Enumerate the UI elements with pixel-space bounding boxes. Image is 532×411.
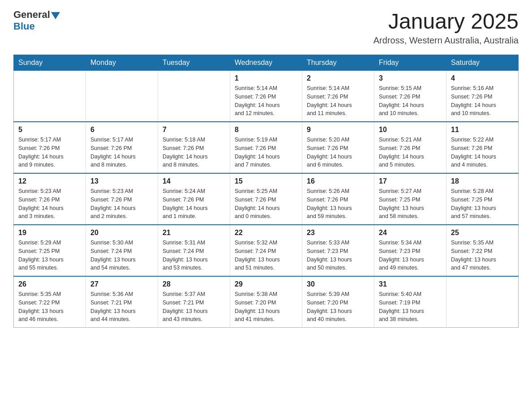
day-info: Sunrise: 5:31 AM Sunset: 7:24 PM Dayligh… bbox=[163, 239, 225, 272]
cell-w5-d3: 28Sunrise: 5:37 AM Sunset: 7:21 PM Dayli… bbox=[158, 276, 230, 328]
day-number: 29 bbox=[235, 280, 297, 288]
day-info: Sunrise: 5:33 AM Sunset: 7:23 PM Dayligh… bbox=[307, 239, 369, 272]
day-info: Sunrise: 5:38 AM Sunset: 7:20 PM Dayligh… bbox=[235, 290, 297, 324]
day-info: Sunrise: 5:30 AM Sunset: 7:24 PM Dayligh… bbox=[90, 239, 153, 272]
day-number: 13 bbox=[90, 177, 153, 185]
day-info: Sunrise: 5:34 AM Sunset: 7:23 PM Dayligh… bbox=[379, 239, 442, 272]
header-sunday: Sunday bbox=[14, 55, 86, 71]
cell-w4-d2: 20Sunrise: 5:30 AM Sunset: 7:24 PM Dayli… bbox=[86, 225, 158, 276]
header-tuesday: Tuesday bbox=[158, 55, 230, 71]
day-info: Sunrise: 5:14 AM Sunset: 7:26 PM Dayligh… bbox=[307, 84, 369, 118]
header-monday: Monday bbox=[86, 55, 158, 71]
day-info: Sunrise: 5:29 AM Sunset: 7:25 PM Dayligh… bbox=[18, 239, 81, 272]
day-number: 12 bbox=[18, 177, 81, 185]
day-number: 16 bbox=[307, 177, 369, 185]
cell-w1-d7: 4Sunrise: 5:16 AM Sunset: 7:26 PM Daylig… bbox=[446, 71, 519, 122]
day-info: Sunrise: 5:19 AM Sunset: 7:26 PM Dayligh… bbox=[235, 136, 297, 169]
day-info: Sunrise: 5:17 AM Sunset: 7:26 PM Dayligh… bbox=[18, 136, 81, 169]
cell-w4-d1: 19Sunrise: 5:29 AM Sunset: 7:25 PM Dayli… bbox=[14, 225, 86, 276]
day-number: 26 bbox=[18, 280, 81, 288]
day-info: Sunrise: 5:23 AM Sunset: 7:26 PM Dayligh… bbox=[90, 187, 153, 221]
day-number: 22 bbox=[235, 229, 297, 237]
day-info: Sunrise: 5:24 AM Sunset: 7:26 PM Dayligh… bbox=[163, 187, 225, 221]
week-row-5: 26Sunrise: 5:35 AM Sunset: 7:22 PM Dayli… bbox=[14, 276, 519, 328]
day-number: 27 bbox=[90, 280, 153, 288]
cell-w1-d1 bbox=[14, 71, 86, 122]
day-number: 25 bbox=[451, 229, 514, 237]
day-number: 3 bbox=[379, 74, 442, 82]
calendar-table: SundayMondayTuesdayWednesdayThursdayFrid… bbox=[13, 55, 519, 328]
week-row-4: 19Sunrise: 5:29 AM Sunset: 7:25 PM Dayli… bbox=[14, 225, 519, 276]
header: General Blue January 2025 Ardross, Weste… bbox=[13, 9, 519, 46]
cell-w3-d4: 15Sunrise: 5:25 AM Sunset: 7:26 PM Dayli… bbox=[230, 173, 302, 225]
day-number: 31 bbox=[379, 280, 442, 288]
day-info: Sunrise: 5:37 AM Sunset: 7:21 PM Dayligh… bbox=[163, 290, 225, 324]
cell-w2-d1: 5Sunrise: 5:17 AM Sunset: 7:26 PM Daylig… bbox=[14, 122, 86, 173]
day-number: 8 bbox=[235, 126, 297, 134]
cell-w2-d4: 8Sunrise: 5:19 AM Sunset: 7:26 PM Daylig… bbox=[230, 122, 302, 173]
day-info: Sunrise: 5:20 AM Sunset: 7:26 PM Dayligh… bbox=[307, 136, 369, 169]
week-row-1: 1Sunrise: 5:14 AM Sunset: 7:26 PM Daylig… bbox=[14, 71, 519, 122]
day-info: Sunrise: 5:27 AM Sunset: 7:25 PM Dayligh… bbox=[379, 187, 442, 221]
cell-w2-d7: 11Sunrise: 5:22 AM Sunset: 7:26 PM Dayli… bbox=[446, 122, 519, 173]
cell-w1-d3 bbox=[158, 71, 230, 122]
day-number: 2 bbox=[307, 74, 369, 82]
day-number: 17 bbox=[379, 177, 442, 185]
logo-triangle-icon bbox=[51, 12, 60, 19]
title-area: January 2025 Ardross, Western Australia,… bbox=[373, 9, 519, 46]
day-info: Sunrise: 5:25 AM Sunset: 7:26 PM Dayligh… bbox=[235, 187, 297, 221]
cell-w5-d1: 26Sunrise: 5:35 AM Sunset: 7:22 PM Dayli… bbox=[14, 276, 86, 328]
logo-blue: Blue bbox=[13, 21, 35, 32]
day-info: Sunrise: 5:22 AM Sunset: 7:26 PM Dayligh… bbox=[451, 136, 514, 169]
day-info: Sunrise: 5:35 AM Sunset: 7:22 PM Dayligh… bbox=[451, 239, 514, 272]
day-number: 10 bbox=[379, 126, 442, 134]
day-number: 19 bbox=[18, 229, 81, 237]
day-info: Sunrise: 5:28 AM Sunset: 7:25 PM Dayligh… bbox=[451, 187, 514, 221]
header-saturday: Saturday bbox=[446, 55, 519, 71]
cell-w3-d7: 18Sunrise: 5:28 AM Sunset: 7:25 PM Dayli… bbox=[446, 173, 519, 225]
header-friday: Friday bbox=[374, 55, 446, 71]
cell-w5-d2: 27Sunrise: 5:36 AM Sunset: 7:21 PM Dayli… bbox=[86, 276, 158, 328]
day-info: Sunrise: 5:16 AM Sunset: 7:26 PM Dayligh… bbox=[451, 84, 514, 118]
cell-w2-d3: 7Sunrise: 5:18 AM Sunset: 7:26 PM Daylig… bbox=[158, 122, 230, 173]
day-number: 18 bbox=[451, 177, 514, 185]
day-number: 5 bbox=[18, 126, 81, 134]
day-number: 4 bbox=[451, 74, 514, 82]
day-number: 7 bbox=[163, 126, 225, 134]
day-number: 28 bbox=[163, 280, 225, 288]
header-wednesday: Wednesday bbox=[230, 55, 302, 71]
calendar-title: January 2025 bbox=[373, 9, 519, 34]
day-number: 11 bbox=[451, 126, 514, 134]
day-number: 9 bbox=[307, 126, 369, 134]
cell-w2-d2: 6Sunrise: 5:17 AM Sunset: 7:26 PM Daylig… bbox=[86, 122, 158, 173]
calendar-header: SundayMondayTuesdayWednesdayThursdayFrid… bbox=[14, 55, 519, 71]
day-info: Sunrise: 5:32 AM Sunset: 7:24 PM Dayligh… bbox=[235, 239, 297, 272]
day-number: 21 bbox=[163, 229, 225, 237]
day-number: 15 bbox=[235, 177, 297, 185]
cell-w3-d5: 16Sunrise: 5:26 AM Sunset: 7:26 PM Dayli… bbox=[302, 173, 374, 225]
cell-w3-d2: 13Sunrise: 5:23 AM Sunset: 7:26 PM Dayli… bbox=[86, 173, 158, 225]
cell-w4-d4: 22Sunrise: 5:32 AM Sunset: 7:24 PM Dayli… bbox=[230, 225, 302, 276]
day-info: Sunrise: 5:26 AM Sunset: 7:26 PM Dayligh… bbox=[307, 187, 369, 221]
day-number: 14 bbox=[163, 177, 225, 185]
cell-w5-d6: 31Sunrise: 5:40 AM Sunset: 7:19 PM Dayli… bbox=[374, 276, 446, 328]
day-info: Sunrise: 5:23 AM Sunset: 7:26 PM Dayligh… bbox=[18, 187, 81, 221]
cell-w2-d5: 9Sunrise: 5:20 AM Sunset: 7:26 PM Daylig… bbox=[302, 122, 374, 173]
cell-w4-d6: 24Sunrise: 5:34 AM Sunset: 7:23 PM Dayli… bbox=[374, 225, 446, 276]
cell-w1-d2 bbox=[86, 71, 158, 122]
day-info: Sunrise: 5:35 AM Sunset: 7:22 PM Dayligh… bbox=[18, 290, 81, 324]
cell-w2-d6: 10Sunrise: 5:21 AM Sunset: 7:26 PM Dayli… bbox=[374, 122, 446, 173]
calendar-subtitle: Ardross, Western Australia, Australia bbox=[373, 35, 519, 46]
cell-w4-d5: 23Sunrise: 5:33 AM Sunset: 7:23 PM Dayli… bbox=[302, 225, 374, 276]
day-info: Sunrise: 5:39 AM Sunset: 7:20 PM Dayligh… bbox=[307, 290, 369, 324]
days-of-week-row: SundayMondayTuesdayWednesdayThursdayFrid… bbox=[14, 55, 519, 71]
cell-w4-d3: 21Sunrise: 5:31 AM Sunset: 7:24 PM Dayli… bbox=[158, 225, 230, 276]
day-info: Sunrise: 5:14 AM Sunset: 7:26 PM Dayligh… bbox=[235, 84, 297, 118]
cell-w3-d3: 14Sunrise: 5:24 AM Sunset: 7:26 PM Dayli… bbox=[158, 173, 230, 225]
day-info: Sunrise: 5:36 AM Sunset: 7:21 PM Dayligh… bbox=[90, 290, 153, 324]
cell-w3-d6: 17Sunrise: 5:27 AM Sunset: 7:25 PM Dayli… bbox=[374, 173, 446, 225]
cell-w5-d5: 30Sunrise: 5:39 AM Sunset: 7:20 PM Dayli… bbox=[302, 276, 374, 328]
day-number: 30 bbox=[307, 280, 369, 288]
week-row-3: 12Sunrise: 5:23 AM Sunset: 7:26 PM Dayli… bbox=[14, 173, 519, 225]
logo: General Blue bbox=[13, 9, 60, 32]
